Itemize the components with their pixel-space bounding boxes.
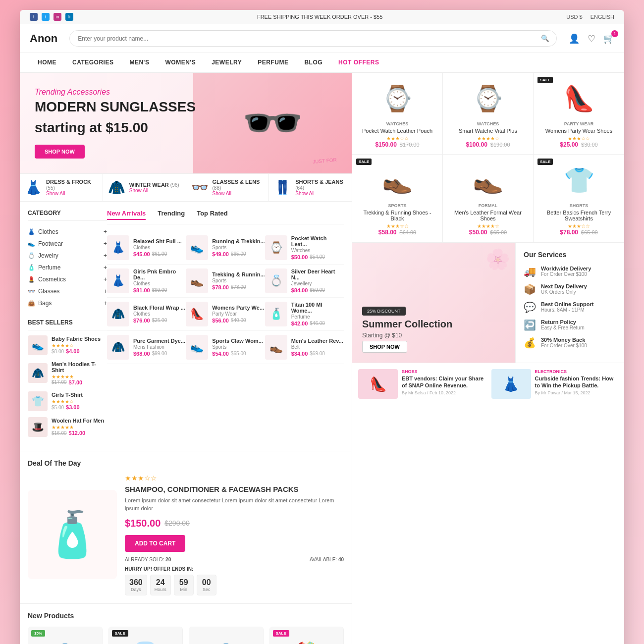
new-product-card[interactable]: 🧥 15% JACKET Mens Winter Leathers Jacket… — [28, 627, 103, 644]
service-item: 💰 30% Money Back For Order Over $100 — [524, 337, 616, 349]
instagram-icon[interactable]: in — [54, 13, 61, 21]
nav-categories[interactable]: CATEGORIES — [64, 53, 121, 72]
language-selector[interactable]: ENGLISH — [590, 14, 614, 20]
cart-icon[interactable]: 🛒 1 — [603, 33, 614, 44]
tab-trending[interactable]: Trending — [158, 210, 185, 220]
new-product-card[interactable]: 🧥 JACKET MEN's Yarn Fleece Full-Zip Jack… — [189, 627, 264, 644]
cat-glasses[interactable]: 👓 Glasses+ — [28, 285, 107, 297]
product-img: 💍 — [265, 268, 287, 293]
sale-badge: SALE — [537, 77, 553, 83]
cart-badge: 1 — [611, 30, 618, 37]
summer-discount-badge: 25% DISCOUNT — [362, 307, 406, 316]
list-item[interactable]: 👞 Men's Leather Rev... Belt $34.00$69.00 — [265, 331, 344, 364]
new-product-card[interactable]: 👔 SALE SHIRT Pure Garment Dyed Cotton Sh… — [108, 627, 183, 644]
cat-clothes[interactable]: 👗 Clothes+ — [28, 226, 107, 238]
deal-content: 🧴 ★★★☆☆ SHAMPOO, CONDITIONER & FACEWASH … — [28, 474, 344, 595]
product-card-sports1[interactable]: SALE 👞 SPORTS Trekking & Running Shoes -… — [352, 155, 443, 242]
search-button[interactable]: 🔍 — [534, 31, 556, 46]
blog-item[interactable]: 👗 Electronics Curbside fashion Trends: H… — [491, 369, 619, 399]
twitter-icon[interactable]: t — [42, 13, 50, 21]
product-img: 👗 — [107, 268, 129, 293]
list-item[interactable]: 👟 Sports Claw Wom... Sports $54.00$65.00 — [186, 331, 265, 364]
user-icon[interactable]: 👤 — [569, 33, 580, 44]
product-img: 🧥 — [107, 302, 129, 326]
service-item: 💬 Best Online Support Hours: 8AM - 11PM — [524, 301, 616, 313]
product-card-shorts1[interactable]: SALE 👕 SHORTS Better Basics French Terry… — [534, 155, 624, 242]
list-item[interactable]: 🧥 Black Floral Wrap ... Clothes $76.00$2… — [107, 298, 186, 331]
bs-item[interactable]: 🧥 Men's Hoodies T-Shirt ★★★★★ $17.00 $7.… — [28, 361, 107, 385]
tab-top-rated[interactable]: Top Rated — [197, 210, 228, 220]
cat-quick-winter[interactable]: 🧥 WINTER WEAR (96) Show All — [103, 174, 186, 201]
np-img: 🥻 SALE — [270, 627, 344, 644]
summer-title: Summer Collection — [362, 319, 505, 330]
blog-image: 👠 — [358, 369, 398, 399]
blog-item[interactable]: 👠 Shoes EBT vendors: Claim your Share of… — [358, 369, 485, 399]
product-card-watch2[interactable]: ⌚ WATCHES Smart Watche Vital Plus ★★★★☆ … — [443, 73, 534, 154]
list-item[interactable]: 👠 Womens Party We... Party Wear $56.00$4… — [186, 298, 265, 331]
service-item: 📦 Next Day Delivery UK Orders Only — [524, 283, 616, 295]
hero-trending: Trending Accessories — [35, 88, 196, 97]
nav-womens[interactable]: WOMEN'S — [157, 53, 204, 72]
promo-text: FREE SHIPPING THIS WEEK ORDER OVER - $55 — [257, 14, 382, 20]
nav-mens[interactable]: MEN'S — [121, 53, 157, 72]
cat-footwear[interactable]: 👟 Footwear+ — [28, 238, 107, 250]
hero-title: MODERN SUNGLASSES — [35, 100, 196, 115]
list-item[interactable]: ⌚ Pocket Watch Leat... Watches $50.00$54… — [265, 231, 344, 265]
wishlist-icon[interactable]: ♡ — [588, 33, 595, 44]
list-item[interactable]: 👞 Trekking & Runnin... Sports $78.00$78.… — [186, 265, 265, 298]
bs-item[interactable]: 👕 Girls T-Shirt ★★★★☆ $5.00 $3.00 — [28, 391, 107, 411]
cat-cosmetics[interactable]: 💄 Cosmetics+ — [28, 273, 107, 285]
linkedin-icon[interactable]: li — [65, 13, 73, 21]
product-card-formal1[interactable]: 👞 FORMAL Men's Leather Formal Wear Shoes… — [443, 155, 534, 242]
new-product-card[interactable]: 🥻 SALE SKIRT Black Floral Wrap Midi Skir… — [269, 627, 344, 644]
main-nav: HOME CATEGORIES MEN'S WOMEN'S JEWELRY PE… — [20, 53, 624, 73]
cat-perfume[interactable]: 🧴 Perfume+ — [28, 262, 107, 273]
cat-jewelry[interactable]: 💍 Jewelry+ — [28, 250, 107, 262]
list-item[interactable]: 💍 Silver Deer Heart N... Jewellery $84.0… — [265, 265, 344, 298]
cat-quick-shorts[interactable]: 👖 SHORTS & JEANS (64) Show All — [269, 174, 352, 201]
list-item[interactable]: 🧴 Titan 100 Ml Wome... Perfume $42.00$46… — [265, 298, 344, 331]
currency-selector[interactable]: USD $ — [566, 14, 582, 20]
nav-home[interactable]: HOME — [30, 53, 64, 72]
cat-bags[interactable]: 👜 Bags+ — [28, 297, 107, 309]
list-item[interactable]: 👗 Girls Pnk Embro De... Clothes $81.00$9… — [107, 265, 186, 298]
bs-item[interactable]: 👟 Baby Fabric Shoes ★★★★☆ $8.00 $4.00 — [28, 335, 107, 355]
left-section: Trending Accessories MODERN SUNGLASSES s… — [20, 73, 352, 644]
tab-new-arrivals[interactable]: New Arrivals — [107, 210, 146, 220]
facebook-icon[interactable]: f — [30, 13, 38, 21]
list-item[interactable]: 👟 Running & Trekkin... Sports $49.00$65.… — [186, 231, 265, 265]
add-to-cart-button[interactable]: ADD TO CART — [125, 535, 185, 552]
cat-quick-dress[interactable]: 👗 DRESS & FROCK (55) Show All — [20, 174, 103, 201]
product-card-watch1[interactable]: ⌚ WATCHES Pocket Watch Leather Pouch ★★★… — [352, 73, 443, 154]
cat-quick-glasses[interactable]: 👓 GLASSES & LENS (88) Show All — [186, 174, 269, 201]
product-card-shoes1[interactable]: SALE 👠 PARTY WEAR Womens Party Wear Shoe… — [534, 73, 624, 154]
hero-price: starting at $15.00 — [35, 120, 196, 136]
hero-banner: Trending Accessories MODERN SUNGLASSES s… — [20, 73, 352, 173]
return-icon: ↩️ — [524, 319, 536, 331]
np-badge: SALE — [273, 630, 289, 637]
bs-img: 🧥 — [28, 363, 48, 383]
bs-item[interactable]: 🎩 Woolen Hat For Men ★★★★★ $16.00 $12.00 — [28, 417, 107, 437]
deal-price-new: $150.00 — [125, 518, 161, 529]
summer-banner: 🌸 25% DISCOUNT Summer Collection Startin… — [352, 243, 515, 363]
summer-shop-button[interactable]: SHOP NOW — [362, 341, 407, 353]
product-img: 🧥 — [107, 335, 129, 360]
search-input[interactable] — [70, 31, 534, 46]
product-card-image: 👠 — [539, 79, 618, 118]
product-img: 👞 — [186, 268, 208, 293]
list-item[interactable]: 🧥 Pure Garment Dye... Mens Fashion $68.0… — [107, 331, 186, 364]
logo[interactable]: Anon — [30, 32, 57, 45]
deal-image: 🧴 — [28, 490, 117, 579]
header: Anon 🔍 👤 ♡ 🛒 1 — [20, 24, 624, 53]
product-grid-mid: SALE 👞 SPORTS Trekking & Running Shoes -… — [352, 155, 624, 242]
hero-shop-button[interactable]: SHOP NOW — [35, 145, 85, 159]
top-rated-list: ⌚ Pocket Watch Leat... Watches $50.00$54… — [265, 231, 344, 364]
sale-badge: SALE — [537, 159, 553, 165]
list-item[interactable]: 👗 Relaxed Sht Full ... Clothes $45.00$61… — [107, 231, 186, 265]
nav-blog[interactable]: BLOG — [296, 53, 330, 72]
deal-description: Lorem ipsum dolor sit amet consectetur L… — [125, 496, 344, 513]
nav-hot-offers[interactable]: HOT OFFERS — [330, 53, 387, 72]
blog-section: 👠 Shoes EBT vendors: Claim your Share of… — [352, 363, 624, 405]
nav-jewelry[interactable]: JEWELRY — [204, 53, 250, 72]
nav-perfume[interactable]: PERFUME — [250, 53, 296, 72]
